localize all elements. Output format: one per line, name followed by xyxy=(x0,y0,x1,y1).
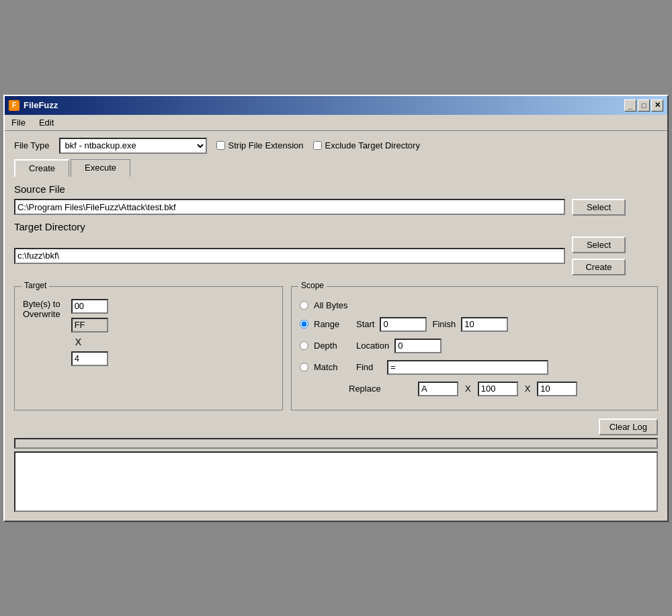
source-file-input[interactable] xyxy=(14,199,565,215)
scope-finish-label: Finish xyxy=(432,319,456,329)
scope-replace-row: Replace X X xyxy=(300,382,649,396)
scope-start-input[interactable] xyxy=(380,317,427,332)
close-button[interactable]: ✕ xyxy=(651,99,663,112)
x-label: X xyxy=(71,337,108,347)
scope-depth-radio[interactable] xyxy=(300,341,308,350)
target-group: Target Byte(s) to Overwrite X xyxy=(14,286,283,410)
target-dir-row: Select Create xyxy=(14,236,658,275)
tab-execute[interactable]: Execute xyxy=(71,159,130,177)
byte-field-1[interactable] xyxy=(71,299,108,314)
source-file-row: Select xyxy=(14,199,658,216)
byte-field-2[interactable] xyxy=(71,318,108,333)
progress-bar xyxy=(14,438,658,449)
main-window: F FileFuzz _ □ ✕ File Edit File Type bkf… xyxy=(3,95,669,522)
source-file-section: Source File Select xyxy=(14,183,658,216)
scope-match-label: Match xyxy=(314,362,351,372)
scope-x1-label: X xyxy=(465,384,471,394)
scope-find-input[interactable] xyxy=(387,360,548,375)
scope-location-label: Location xyxy=(356,341,389,351)
target-dir-input[interactable] xyxy=(14,248,565,264)
exclude-target-checkbox[interactable] xyxy=(313,141,322,150)
menu-file[interactable]: File xyxy=(7,116,30,129)
bytes-to-overwrite-label: Byte(s) to Overwrite xyxy=(23,299,60,319)
menu-edit[interactable]: Edit xyxy=(35,116,58,129)
exclude-target-label: Exclude Target Directory xyxy=(325,140,420,150)
scope-replace-10-input[interactable] xyxy=(537,382,577,396)
scope-depth-row: Depth Location xyxy=(300,339,649,353)
scope-finish-input[interactable] xyxy=(461,317,508,332)
title-controls: _ □ ✕ xyxy=(624,99,663,112)
tab-create[interactable]: Create xyxy=(14,159,69,177)
title-bar-left: F FileFuzz xyxy=(9,100,58,111)
menu-bar: File Edit xyxy=(5,115,667,131)
app-icon: F xyxy=(9,100,19,111)
scope-group: Scope All Bytes Range Start Finish xyxy=(291,286,658,410)
clear-log-button[interactable]: Clear Log xyxy=(599,419,658,435)
scope-range-row: Range Start Finish xyxy=(300,317,649,332)
maximize-button[interactable]: □ xyxy=(638,99,650,112)
scope-allbytes-row: All Bytes xyxy=(300,300,649,310)
minimize-button[interactable]: _ xyxy=(624,99,636,112)
title-bar: F FileFuzz _ □ ✕ xyxy=(5,96,667,115)
main-content: File Type bkf - ntbackup.exe Strip File … xyxy=(5,131,667,521)
scope-depth-label: Depth xyxy=(314,341,351,351)
strip-ext-checkbox-row: Strip File Extension xyxy=(216,140,304,150)
window-title: FileFuzz xyxy=(24,100,58,110)
log-toolbar: Clear Log xyxy=(14,419,658,435)
strip-ext-label: Strip File Extension xyxy=(228,140,304,150)
byte-field-3[interactable] xyxy=(71,351,108,366)
scope-start-label: Start xyxy=(356,319,374,329)
scope-x2-label: X xyxy=(525,384,531,394)
target-directory-section: Target Directory Select Create xyxy=(14,221,658,275)
scope-match-radio[interactable] xyxy=(300,363,308,371)
scope-legend: Scope xyxy=(298,281,327,290)
scope-location-input[interactable] xyxy=(394,339,442,353)
source-file-label: Source File xyxy=(14,183,658,195)
scope-match-row: Match Find xyxy=(300,360,649,375)
target-dir-label: Target Directory xyxy=(14,221,658,232)
log-area[interactable] xyxy=(14,451,658,512)
groups-row: Target Byte(s) to Overwrite X Scope xyxy=(14,281,658,410)
bottom-section: Clear Log xyxy=(14,419,658,514)
scope-replace-a-input[interactable] xyxy=(418,382,458,396)
scope-find-label: Find xyxy=(356,362,382,372)
target-legend: Target xyxy=(22,281,49,290)
scope-replace-label: Replace xyxy=(349,384,413,394)
strip-ext-checkbox[interactable] xyxy=(216,141,225,150)
scope-replace-100-input[interactable] xyxy=(478,382,518,396)
target-dir-select-button[interactable]: Select xyxy=(572,236,626,253)
scope-allbytes-label: All Bytes xyxy=(314,300,348,310)
source-file-select-button[interactable]: Select xyxy=(572,199,626,216)
file-type-row: File Type bkf - ntbackup.exe Strip File … xyxy=(14,138,658,154)
tabs: Create Execute xyxy=(14,159,658,177)
exclude-target-checkbox-row: Exclude Target Directory xyxy=(313,140,420,150)
scope-allbytes-radio[interactable] xyxy=(300,301,308,310)
target-dir-create-button[interactable]: Create xyxy=(572,259,626,275)
file-type-label: File Type xyxy=(14,140,50,150)
file-type-select[interactable]: bkf - ntbackup.exe xyxy=(59,138,207,154)
scope-range-label: Range xyxy=(314,319,351,329)
scope-range-radio[interactable] xyxy=(300,320,308,328)
